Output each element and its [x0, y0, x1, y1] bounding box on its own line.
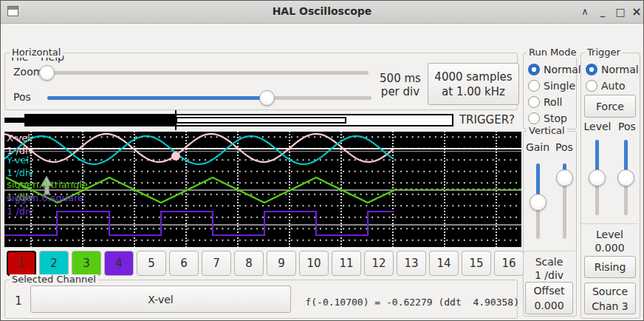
channel-button-16[interactable]: 16 [494, 251, 524, 276]
radio-icon[interactable] [528, 64, 540, 75]
trace-label: X-vel [7, 132, 30, 143]
channel-button-row: 12345678910111213141516 [1, 251, 525, 276]
trigger-source-line2: Chan 3 [592, 299, 628, 314]
vertical-offset-line1: Offset [533, 283, 564, 298]
record-position-bar[interactable]: TRIGGER? [1, 109, 525, 131]
trigger-level-label: Level [581, 121, 614, 132]
vertical-gain-handle[interactable] [530, 194, 547, 211]
run-mode-options: NormalSingleRollStop [523, 61, 575, 126]
trigger-position-tick [175, 110, 177, 130]
zero-axis-line [4, 148, 521, 149]
zero-axis-line [4, 151, 521, 152]
zero-axis-line [4, 224, 521, 226]
timebase-value: 500 ms [377, 72, 423, 85]
vertical-scale-label: Scale [523, 256, 575, 268]
channel-button-15[interactable]: 15 [462, 251, 491, 276]
hal-oscilloscope-window: HAL Oscilloscope ∧ _ □ × File Help Horiz… [0, 0, 644, 321]
channel-button-3[interactable]: 3 [72, 251, 101, 276]
force-trigger-button[interactable]: Force [584, 95, 636, 118]
shade-button[interactable]: ∧ [578, 5, 592, 18]
channel-button-1[interactable]: 1 [7, 251, 36, 276]
vertical-offset-line2: 0.000 [534, 298, 564, 313]
channel-button-8[interactable]: 8 [234, 251, 264, 276]
trace-label: 1 /div [7, 206, 33, 217]
run-mode-option-stop[interactable]: Stop [523, 110, 575, 126]
trace-label: siggen.0.square [7, 192, 83, 203]
pos-slider-fill [47, 96, 267, 100]
trigger-point-marker [171, 152, 180, 160]
pos-slider-handle[interactable] [259, 90, 275, 106]
channel-button-7[interactable]: 7 [202, 251, 231, 276]
view-window-box [176, 117, 346, 124]
trigger-edge-button[interactable]: Rising [584, 256, 636, 278]
trace-label: Y-vel [7, 155, 29, 166]
square-wave [4, 212, 394, 235]
vertical-offset-button[interactable]: Offset 0.000 [525, 282, 573, 314]
channel-button-4[interactable]: 4 [104, 251, 134, 276]
samples-line2: at 1.00 kHz [442, 84, 505, 99]
selected-channel-number: 1 [11, 294, 26, 308]
trigger-mode-option-auto[interactable]: Auto [580, 78, 639, 94]
menu-bar: File Help [1, 23, 643, 44]
record-bar-filled [24, 114, 176, 126]
radio-icon[interactable] [528, 112, 540, 124]
trigger-level-handle[interactable] [589, 169, 606, 186]
run-mode-title: Run Mode [527, 47, 578, 58]
channel-button-13[interactable]: 13 [397, 251, 426, 276]
trigger-pos-label: Pos [615, 121, 639, 132]
vertical-pos-label: Pos [553, 141, 575, 153]
run-mode-option-normal[interactable]: Normal [523, 61, 575, 78]
trigger-question-label: TRIGGER? [455, 113, 519, 126]
trigger-pos-handle[interactable] [617, 169, 634, 186]
trigger-mode-option-label: Auto [601, 80, 626, 92]
run-mode-option-label: Roll [544, 96, 562, 108]
minimize-button[interactable]: _ [596, 5, 609, 18]
trigger-source-button[interactable]: Source Chan 3 [584, 283, 636, 314]
zoom-slider[interactable] [41, 71, 369, 75]
channel-name-button[interactable]: X-vel [30, 285, 291, 313]
run-mode-option-label: Normal [544, 64, 581, 75]
channel-button-9[interactable]: 9 [267, 251, 296, 276]
radio-icon[interactable] [528, 80, 540, 92]
run-mode-option-label: Stop [544, 112, 567, 124]
radio-icon[interactable] [586, 64, 597, 75]
record-bar-stub [4, 118, 24, 123]
radio-icon[interactable] [528, 96, 540, 108]
pos-label: Pos [13, 91, 31, 103]
scope-display[interactable]: X-vel1 /divY-vel1 /divsiggen.0.triangle1… [4, 132, 521, 247]
timebase-unit: per div [377, 85, 423, 98]
vertical-title: Vertical [527, 126, 567, 136]
run-mode-option-roll[interactable]: Roll [523, 94, 575, 110]
selected-channel-title: Selected Channel [10, 274, 98, 285]
title-bar: HAL Oscilloscope ∧ _ □ × [1, 1, 643, 24]
samples-line1: 4000 samples [434, 70, 512, 84]
vertical-pos-handle[interactable] [556, 169, 573, 186]
run-mode-option-single[interactable]: Single [523, 78, 575, 94]
vertical-divider [524, 251, 575, 251]
trigger-divider [581, 223, 638, 224]
maximize-button[interactable]: □ [614, 5, 627, 18]
trigger-mode-option-label: Normal [601, 64, 639, 75]
horizontal-group-title: Horizontal [10, 47, 63, 58]
channel-button-11[interactable]: 11 [332, 251, 361, 276]
channel-button-10[interactable]: 10 [299, 251, 329, 276]
trigger-mode-option-normal[interactable]: Normal [580, 61, 639, 78]
zoom-slider-handle[interactable] [39, 65, 55, 81]
radio-icon[interactable] [586, 80, 597, 92]
samples-button[interactable]: 4000 samples at 1.00 kHz [428, 63, 519, 105]
vertical-gain-label: Gain [524, 141, 551, 153]
trigger-source-line1: Source [592, 284, 628, 299]
channel-button-12[interactable]: 12 [364, 251, 394, 276]
channel-button-5[interactable]: 5 [137, 251, 166, 276]
trigger-level-value-label: Level [581, 229, 638, 240]
channel-button-2[interactable]: 2 [39, 251, 69, 276]
run-mode-option-label: Single [544, 80, 575, 92]
vertical-scale-value: 1 /div [523, 269, 575, 281]
trigger-title: Trigger [585, 47, 623, 58]
trigger-level-value: 0.000 [581, 242, 638, 254]
channel-button-14[interactable]: 14 [429, 251, 459, 276]
trace-label: siggen.0.triangle [7, 179, 88, 190]
trace-label: 1 /div [7, 167, 33, 178]
channel-button-6[interactable]: 6 [169, 251, 199, 276]
close-button[interactable]: × [630, 5, 643, 18]
